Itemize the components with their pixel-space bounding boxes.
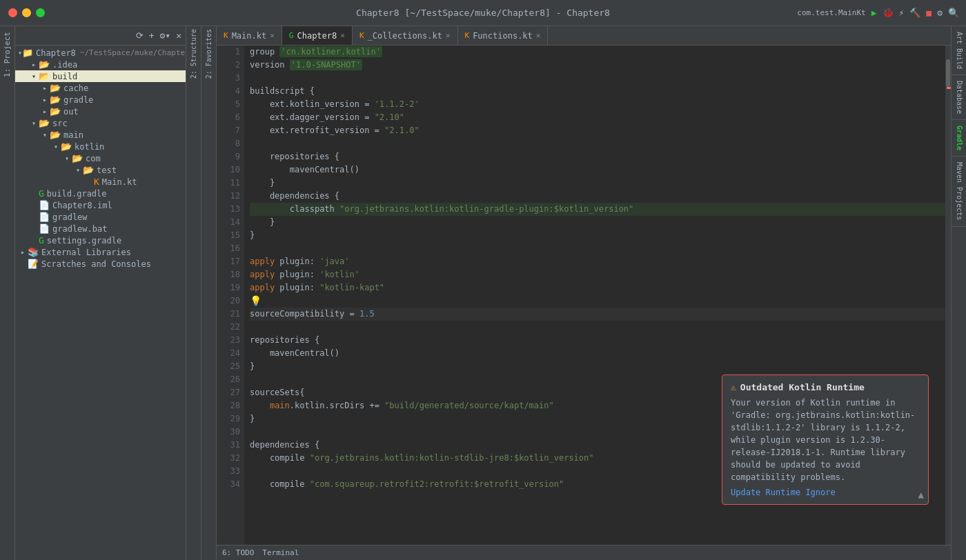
- tree-label-idea: .idea: [52, 60, 77, 70]
- code-line-7: ext.retrofit_version = "2.1.0": [250, 124, 945, 137]
- settings-button[interactable]: ⚙: [937, 8, 943, 18]
- expand-arrow: ▸: [40, 84, 50, 92]
- scratch-icon: 📝: [28, 259, 39, 269]
- add-button[interactable]: +: [148, 29, 156, 42]
- tree-label-chapter8-iml: Chapter8.iml: [52, 201, 112, 210]
- code-line-3: [250, 72, 945, 85]
- project-sidebar: ⟳ + ⚙▾ ✕ ▾ 📁 Chapter8 ~/TestSpace/muke/C…: [15, 26, 186, 560]
- expand-arrow: ▸: [40, 108, 50, 115]
- tree-item-build-gradle[interactable]: G build.gradle: [15, 188, 186, 199]
- error-marker: [947, 87, 951, 89]
- structure-strip: 2: Structure: [186, 26, 201, 560]
- code-editor[interactable]: 1 2 3 4 5 6 7 8 9 10 11 12 13 14 15 16 1…: [217, 46, 951, 545]
- tab-close-functions[interactable]: ✕: [536, 31, 541, 40]
- iml-file-icon: 📄: [39, 200, 50, 210]
- close-button[interactable]: [8, 8, 17, 17]
- code-line-12: dependencies {: [250, 190, 945, 203]
- kt-functions-icon: K: [465, 31, 470, 40]
- folder-test-icon: 📂: [83, 165, 94, 175]
- tree-item-main-kt[interactable]: K Main.kt: [15, 176, 186, 188]
- run-button[interactable]: ▶: [871, 8, 877, 18]
- tree-item-chapter8-iml[interactable]: 📄 Chapter8.iml: [15, 199, 186, 211]
- tree-item-gradlew[interactable]: 📄 gradlew: [15, 211, 186, 223]
- minimize-button[interactable]: [22, 8, 31, 17]
- tree-item-external-libs[interactable]: ▸ 📚 External Libraries: [15, 246, 186, 258]
- bottom-toolbar: 6: TODO Terminal: [217, 545, 951, 560]
- titlebar-actions: com.test.MainKt ▶ 🐞 ⚡ 🔨 ■ ⚙ 🔍: [797, 8, 959, 18]
- debug-button[interactable]: 🐞: [883, 8, 894, 18]
- tree-item-main[interactable]: ▾ 📂 main: [15, 129, 186, 141]
- tab-close-chapter8[interactable]: ✕: [340, 31, 345, 40]
- tree-item-build[interactable]: ▾ 📂 build: [15, 70, 186, 82]
- tab-close-main-kt[interactable]: ✕: [270, 31, 275, 40]
- tree-item-test[interactable]: ▾ 📂 test: [15, 164, 186, 176]
- database-panel[interactable]: Database: [952, 75, 966, 120]
- module-icon: 📁: [22, 48, 33, 58]
- folder-com-icon: 📂: [72, 153, 83, 163]
- run-config-label: com.test.MainKt: [797, 8, 865, 17]
- code-line-22: [250, 321, 945, 334]
- tree-item-scratches[interactable]: 📝 Scratches and Consoles: [15, 258, 186, 270]
- warning-icon: ⚠: [731, 382, 736, 392]
- expand-arrow: ▾: [62, 154, 72, 162]
- tree-item-com[interactable]: ▾ 📂 com: [15, 152, 186, 164]
- tree-item-gradle-folder[interactable]: ▸ 📂 gradle: [15, 94, 186, 106]
- code-line-25: }: [250, 360, 945, 373]
- close-sidebar-button[interactable]: ✕: [175, 29, 183, 42]
- line-number-gutter: 1 2 3 4 5 6 7 8 9 10 11 12 13 14 15 16 1…: [217, 46, 244, 545]
- folder-icon: 📂: [39, 59, 50, 70]
- stop-button[interactable]: ■: [926, 8, 931, 18]
- tab-close-collections[interactable]: ✕: [446, 31, 451, 40]
- update-runtime-link[interactable]: Update Runtime: [731, 488, 800, 497]
- maven-projects-panel[interactable]: Maven Projects: [952, 157, 966, 226]
- coverage-button[interactable]: ⚡: [899, 8, 905, 18]
- tree-path: ~/TestSpace/muke/Chapter8: [80, 48, 186, 57]
- tree-label-test: test: [97, 166, 117, 175]
- tree-item-cache[interactable]: ▸ 📂 cache: [15, 82, 186, 94]
- tree-label-external-libs: External Libraries: [41, 248, 131, 257]
- project-tree: ▾ 📁 Chapter8 ~/TestSpace/muke/Chapter8 ▸…: [15, 46, 186, 560]
- tab-main-kt[interactable]: K Main.kt ✕: [217, 26, 282, 45]
- structure-panel-label[interactable]: 2: Structure: [190, 26, 197, 81]
- code-line-18: apply plugin: 'kotlin': [250, 268, 945, 281]
- search-button[interactable]: 🔍: [948, 8, 959, 18]
- build-button[interactable]: 🔨: [909, 8, 920, 18]
- sync-button[interactable]: ⟳: [135, 29, 145, 42]
- settings-dropdown[interactable]: ⚙▾: [159, 29, 172, 42]
- tree-item-idea[interactable]: ▸ 📂 .idea: [15, 59, 186, 70]
- todo-button[interactable]: 6: TODO: [222, 548, 254, 557]
- notification-scroll-up[interactable]: ▲: [918, 489, 924, 500]
- tree-label-gradle-folder: gradle: [63, 95, 93, 105]
- gradle-panel[interactable]: Gradle: [952, 120, 966, 157]
- scrollbar-thumb[interactable]: [946, 59, 950, 87]
- folder-out-icon: 📂: [50, 106, 61, 117]
- code-line-23: repositories {: [250, 334, 945, 347]
- maximize-button[interactable]: [36, 8, 45, 17]
- tree-item-src[interactable]: ▾ 📂 src: [15, 117, 186, 129]
- notification-actions: Update Runtime Ignore: [731, 488, 920, 497]
- tree-item-settings-gradle[interactable]: G settings.gradle: [15, 234, 186, 246]
- code-line-14: }: [250, 216, 945, 229]
- code-line-2: version '1.0-SNAPSHOT': [250, 59, 945, 72]
- ignore-link[interactable]: Ignore: [805, 488, 835, 497]
- project-panel-label[interactable]: 1: Project: [0, 26, 14, 83]
- terminal-button[interactable]: Terminal: [262, 548, 299, 557]
- tab-functions[interactable]: K Functions.kt ✕: [458, 26, 549, 45]
- code-line-24: mavenCentral(): [250, 347, 945, 360]
- favorites-panel-label[interactable]: 2: Favorites: [205, 26, 213, 81]
- tab-chapter8-gradle[interactable]: G Chapter8 ✕: [282, 26, 353, 45]
- left-strip: 1: Project: [0, 26, 15, 560]
- tree-item-out[interactable]: ▸ 📂 out: [15, 106, 186, 117]
- editor-area: K Main.kt ✕ G Chapter8 ✕ K _Collections.…: [217, 26, 951, 560]
- art-build-panel[interactable]: Art Build: [952, 26, 966, 75]
- bat-file-icon: 📄: [39, 223, 50, 234]
- tab-collections[interactable]: K _Collections.kt ✕: [353, 26, 458, 45]
- kt-collections-icon: K: [359, 31, 364, 40]
- tree-item-kotlin-dir[interactable]: ▾ 📂 kotlin: [15, 141, 186, 152]
- editor-scrollbar[interactable]: [945, 46, 951, 545]
- tree-label-gradlew: gradlew: [52, 212, 88, 222]
- tree-item-chapter8[interactable]: ▾ 📁 Chapter8 ~/TestSpace/muke/Chapter8: [15, 47, 186, 59]
- expand-arrow: ▾: [51, 143, 61, 150]
- tree-item-gradlew-bat[interactable]: 📄 gradlew.bat: [15, 223, 186, 234]
- tab-label-chapter8: Chapter8: [297, 31, 337, 41]
